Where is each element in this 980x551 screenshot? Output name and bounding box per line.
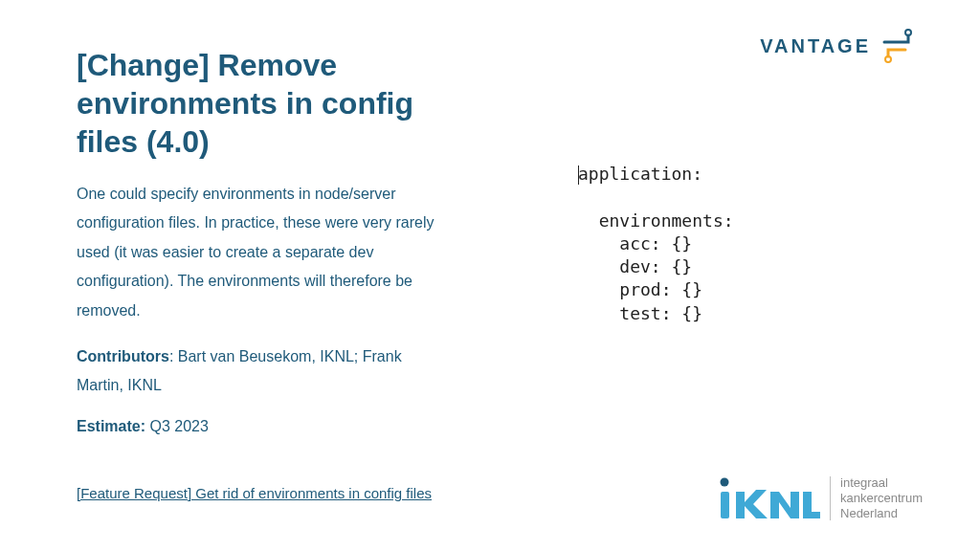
- iknl-tag-line3: Nederland: [840, 506, 898, 520]
- iknl-tag-line2: kankercentrum: [840, 491, 923, 505]
- contributors-label: Contributors: [77, 348, 169, 364]
- vantage-logo: VANTAGE: [760, 27, 915, 65]
- iknl-logo: integraal kankercentrum Nederland: [715, 474, 923, 522]
- svg-rect-3: [721, 492, 729, 518]
- iknl-divider: [830, 476, 831, 520]
- contributors-line: Contributors: Bart van Beusekom, IKNL; F…: [77, 342, 440, 401]
- vantage-icon: [877, 27, 915, 65]
- estimate-label: Estimate:: [77, 418, 145, 434]
- slide: VANTAGE [Change] Remove environments in …: [0, 0, 980, 551]
- code-line-6: test: {}: [578, 303, 702, 323]
- feature-request-link[interactable]: [Feature Request] Get rid of environment…: [77, 485, 432, 501]
- code-line-5: prod: {}: [578, 279, 702, 299]
- svg-point-2: [721, 478, 729, 487]
- iknl-icon: [715, 474, 820, 522]
- code-line-1: application:: [578, 164, 702, 184]
- slide-title: [Change] Remove environments in config f…: [77, 46, 440, 161]
- feature-request-link-row: [Feature Request] Get rid of environment…: [77, 483, 432, 503]
- config-yaml-snippet: application: environments: acc: {} dev: …: [578, 163, 865, 325]
- code-line-3: acc: {}: [578, 233, 692, 253]
- svg-point-1: [885, 56, 891, 62]
- estimate-line: Estimate: Q3 2023: [77, 412, 440, 441]
- slide-description: One could specify environments in node/s…: [77, 180, 440, 325]
- code-line-4: dev: {}: [578, 256, 692, 276]
- vantage-wordmark: VANTAGE: [760, 35, 871, 57]
- code-line-2: environments:: [578, 210, 734, 231]
- iknl-tag-line1: integraal: [840, 475, 888, 490]
- iknl-tagline: integraal kankercentrum Nederland: [840, 475, 923, 522]
- estimate-value: Q3 2023: [145, 418, 209, 434]
